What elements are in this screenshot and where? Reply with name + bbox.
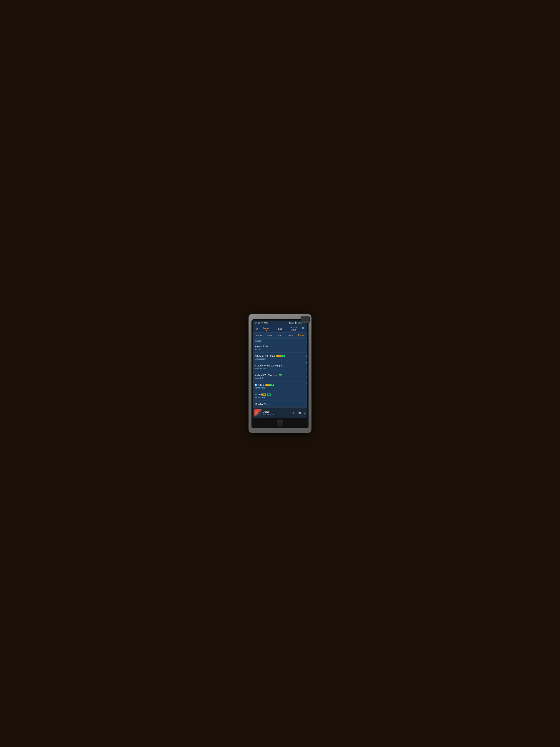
list-item[interactable]: Sabaton	[252, 339, 308, 343]
pause-button[interactable]: ⏸	[292, 411, 295, 415]
next-button[interactable]: ⏭	[298, 411, 301, 415]
more-options-button[interactable]: ···	[298, 384, 302, 388]
track-icon: 🔸	[269, 345, 271, 347]
filter-artist[interactable]: Artist	[275, 334, 285, 337]
home-button[interactable]	[277, 420, 283, 427]
filter-bar: Folder Album Artist Genre Tracks	[252, 333, 308, 339]
list-item[interactable]: Achilles Last Stand DSD HR Led Zeppelin …	[252, 353, 308, 362]
track-title: Achilles Last Stand DSD HR	[255, 355, 298, 357]
list-item[interactable]: A Closer Understanding o... ℹ Gareth Cok…	[252, 362, 308, 372]
alpha-g[interactable]: G	[306, 355, 307, 357]
track-info: Aces in Exile 🔸 Sabaton	[255, 345, 298, 350]
queue-button[interactable]: ≡	[303, 411, 305, 415]
filter-genre[interactable]: Genre	[285, 334, 295, 337]
playing-icon: 📊	[255, 384, 257, 386]
track-info: Afraid of Time 🔸	[255, 403, 302, 406]
now-playing-bar[interactable]: Adieu Rammstein ⏸ ⏭ ≡	[252, 407, 308, 418]
album-art	[255, 409, 262, 416]
track-icon: 🔸	[270, 403, 273, 405]
track-info: Achilles Last Stand DSD HR Led Zeppelin	[255, 355, 298, 360]
screen-bezel: 🔊 15 ⏱ MdB 100% 🔋 6:01 PM ⚙ Music	[251, 319, 309, 428]
search-icon[interactable]: 🔍	[301, 326, 306, 331]
badge-hr: HR	[267, 393, 271, 395]
more-options-button[interactable]: ···	[298, 345, 302, 350]
volume-icon: 🔊	[255, 322, 257, 324]
list-item[interactable]: 📊 Adieu DSD HR Rammstein ···	[252, 382, 308, 391]
now-playing-title: Adieu	[263, 410, 290, 413]
track-icon: ℹ	[285, 364, 285, 367]
alpha-z[interactable]: Z	[306, 395, 307, 397]
tab-list[interactable]: List	[273, 327, 286, 331]
alpha-s[interactable]: S	[306, 382, 307, 384]
track-info: A Closer Understanding o... ℹ Gareth Cok…	[255, 364, 298, 369]
eq-icon: ⏱	[261, 322, 263, 324]
alpha-j[interactable]: J	[306, 362, 307, 364]
home-button-area	[252, 418, 308, 427]
list-item[interactable]: Adieu DSD HR Rammstein ···	[252, 391, 308, 401]
alpha-hash[interactable]: #	[306, 402, 307, 404]
track-info: Adieu DSD HR Rammstein	[255, 393, 298, 398]
track-icon: 🔸	[275, 374, 278, 377]
alpha-p[interactable]: P	[306, 375, 307, 378]
settings-icon[interactable]: ⚙	[254, 326, 259, 331]
volume-level: 15	[258, 321, 260, 324]
track-info: Addicted To Chaos 🔸 HR Megadeth	[255, 374, 298, 379]
track-title: Addicted To Chaos 🔸 HR	[255, 374, 298, 377]
track-artist: Led Zeppelin	[255, 358, 298, 360]
now-playing-artist: Rammstein	[263, 413, 290, 415]
list-item[interactable]: Addicted To Chaos 🔸 HR Megadeth ···	[252, 372, 308, 382]
filter-folder[interactable]: Folder	[254, 334, 264, 337]
volume-wheel[interactable]	[301, 316, 310, 323]
nav-bar: ⚙ Music List Private Cloud 🔍	[252, 325, 308, 333]
alpha-v[interactable]: V	[306, 389, 307, 391]
badge-hr: HR	[279, 374, 283, 376]
track-title: A Closer Understanding o... ℹ	[255, 364, 298, 367]
more-options-button[interactable]: ···	[298, 355, 302, 360]
track-title: Aces in Exile 🔸	[255, 345, 298, 348]
badge-dsd: DSD	[261, 393, 266, 395]
badge-hr: HR	[281, 355, 285, 357]
screen: 🔊 15 ⏱ MdB 100% 🔋 6:01 PM ⚙ Music	[252, 320, 308, 418]
alphabet-index[interactable]: A D G J M P S V Z #	[306, 339, 307, 407]
track-title: Adieu DSD HR	[255, 393, 298, 396]
badge-dsd: DSD	[276, 355, 281, 357]
track-artist: Rammstein	[255, 396, 298, 398]
filter-album[interactable]: Album	[264, 334, 274, 337]
playback-controls: ⏸ ⏭ ≡	[292, 411, 305, 415]
badge-hr: HR	[270, 384, 274, 386]
more-options-button[interactable]: ···	[298, 394, 302, 398]
alpha-d[interactable]: D	[306, 349, 307, 351]
track-artist: Rammstein	[255, 387, 298, 389]
track-title: Afraid of Time 🔸	[255, 403, 302, 406]
status-bar: 🔊 15 ⏱ MdB 100% 🔋 6:01 PM	[252, 320, 308, 325]
alpha-a[interactable]: A	[306, 342, 307, 344]
battery-icon: 🔋	[294, 321, 297, 324]
filter-tracks[interactable]: Tracks	[296, 333, 306, 338]
battery-label: 100%	[289, 322, 294, 324]
track-artist: Gareth Coker	[255, 367, 298, 369]
track-artist: Sabaton	[255, 348, 298, 350]
now-playing-info: Adieu Rammstein	[263, 410, 290, 415]
status-left: 🔊 15 ⏱ MdB	[255, 321, 268, 324]
more-options-button[interactable]: ···	[298, 365, 302, 369]
list-item[interactable]: Aces in Exile 🔸 Sabaton ···	[252, 343, 308, 353]
badge-dsd: DSD	[265, 384, 269, 386]
track-list: Sabaton Aces in Exile 🔸 Sabaton ···	[252, 339, 308, 407]
track-title: 📊 Adieu DSD HR	[255, 384, 298, 386]
track-artist: Megadeth	[255, 377, 298, 379]
tab-music[interactable]: Music	[260, 326, 273, 331]
more-options-button[interactable]: ···	[298, 375, 302, 379]
alpha-m[interactable]: M	[306, 369, 307, 371]
track-partial-label: Sabaton	[255, 340, 302, 342]
list-item[interactable]: Afraid of Time 🔸	[252, 401, 308, 407]
eq-label: MdB	[264, 321, 268, 324]
device: 🔊 15 ⏱ MdB 100% 🔋 6:01 PM ⚙ Music	[248, 314, 312, 433]
track-info: 📊 Adieu DSD HR Rammstein	[255, 384, 298, 389]
tab-private-cloud[interactable]: Private Cloud	[287, 326, 300, 332]
